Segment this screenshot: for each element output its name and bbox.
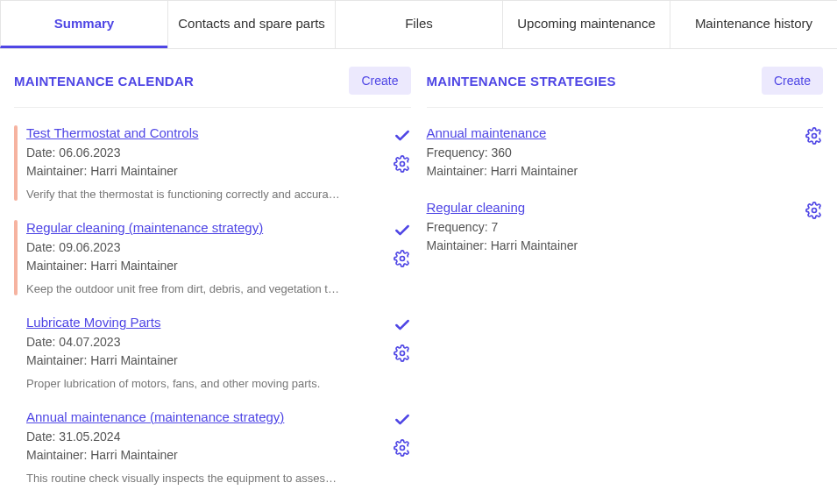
strategies-create-button[interactable]: Create bbox=[762, 67, 823, 95]
gear-icon[interactable] bbox=[394, 439, 411, 457]
accent-bar bbox=[14, 125, 18, 201]
calendar-item-link[interactable]: Regular cleaning (maintenance strategy) bbox=[26, 220, 263, 235]
tab-contacts-spare-parts[interactable]: Contacts and spare parts bbox=[167, 0, 336, 48]
svg-point-4 bbox=[812, 134, 817, 138]
strategies-title: MAINTENANCE STRATEGIES bbox=[427, 74, 616, 89]
calendar-item-date: Date: 06.06.2023 bbox=[26, 144, 394, 162]
accent-bar bbox=[14, 220, 18, 295]
calendar-item-date: Date: 31.05.2024 bbox=[26, 428, 394, 446]
strategy-item-link[interactable]: Regular cleaning bbox=[427, 200, 526, 215]
calendar-item-date: Date: 04.07.2023 bbox=[26, 333, 394, 351]
calendar-item-link[interactable]: Test Thermostat and Controls bbox=[26, 125, 198, 140]
check-icon[interactable] bbox=[394, 316, 411, 334]
svg-point-5 bbox=[812, 209, 817, 213]
gear-icon[interactable] bbox=[805, 127, 823, 145]
maintenance-calendar-section: MAINTENANCE CALENDAR Create Test Thermos… bbox=[14, 67, 411, 504]
check-icon[interactable] bbox=[394, 127, 411, 145]
calendar-item-desc: This routine check visually inspects the… bbox=[26, 472, 342, 485]
maintenance-strategies-section: MAINTENANCE STRATEGIES Create Annual mai… bbox=[427, 67, 824, 504]
calendar-item-date: Date: 09.06.2023 bbox=[26, 238, 394, 257]
calendar-item-maintainer: Maintainer: Harri Maintainer bbox=[26, 162, 394, 181]
calendar-item-desc: Proper lubrication of motors, fans, and … bbox=[26, 377, 342, 390]
accent-bar bbox=[14, 315, 18, 390]
gear-icon[interactable] bbox=[394, 344, 411, 362]
calendar-item-link[interactable]: Annual maintenance (maintenance strategy… bbox=[26, 409, 284, 424]
gear-icon[interactable] bbox=[394, 155, 411, 173]
calendar-item: Regular cleaning (maintenance strategy) … bbox=[14, 220, 411, 295]
tab-upcoming-maintenance[interactable]: Upcoming maintenance bbox=[502, 0, 670, 48]
svg-point-1 bbox=[400, 257, 404, 261]
strategy-item: Regular cleaning Frequency: 7 Maintainer… bbox=[427, 200, 824, 255]
tabs: Summary Contacts and spare parts Files U… bbox=[0, 0, 837, 49]
calendar-item: Lubricate Moving Parts Date: 04.07.2023 … bbox=[14, 315, 411, 390]
accent-bar bbox=[14, 409, 18, 485]
strategy-maintainer: Maintainer: Harri Maintainer bbox=[427, 162, 806, 181]
tab-files[interactable]: Files bbox=[335, 0, 503, 48]
strategy-item-link[interactable]: Annual maintenance bbox=[427, 125, 547, 140]
svg-point-2 bbox=[400, 351, 404, 356]
calendar-item: Annual maintenance (maintenance strategy… bbox=[14, 409, 411, 485]
tab-summary[interactable]: Summary bbox=[0, 0, 168, 48]
calendar-item: Test Thermostat and Controls Date: 06.06… bbox=[14, 125, 411, 201]
svg-point-3 bbox=[400, 446, 404, 451]
calendar-item-maintainer: Maintainer: Harri Maintainer bbox=[26, 351, 394, 370]
check-icon[interactable] bbox=[394, 222, 411, 239]
calendar-item-desc: Verify that the thermostat is functionin… bbox=[26, 188, 342, 201]
calendar-item-desc: Keep the outdoor unit free from dirt, de… bbox=[26, 282, 342, 295]
check-icon[interactable] bbox=[394, 411, 411, 429]
gear-icon[interactable] bbox=[805, 202, 823, 219]
strategy-item: Annual maintenance Frequency: 360 Mainta… bbox=[427, 125, 824, 181]
svg-point-0 bbox=[400, 162, 404, 167]
calendar-title: MAINTENANCE CALENDAR bbox=[14, 74, 194, 89]
calendar-item-maintainer: Maintainer: Harri Maintainer bbox=[26, 257, 394, 275]
strategy-frequency: Frequency: 7 bbox=[427, 218, 806, 237]
strategy-frequency: Frequency: 360 bbox=[427, 144, 806, 162]
gear-icon[interactable] bbox=[394, 250, 411, 267]
calendar-item-link[interactable]: Lubricate Moving Parts bbox=[26, 315, 160, 330]
tab-maintenance-history[interactable]: Maintenance history bbox=[670, 0, 837, 48]
calendar-item-maintainer: Maintainer: Harri Maintainer bbox=[26, 446, 394, 465]
calendar-create-button[interactable]: Create bbox=[349, 67, 410, 95]
strategy-maintainer: Maintainer: Harri Maintainer bbox=[427, 237, 806, 255]
